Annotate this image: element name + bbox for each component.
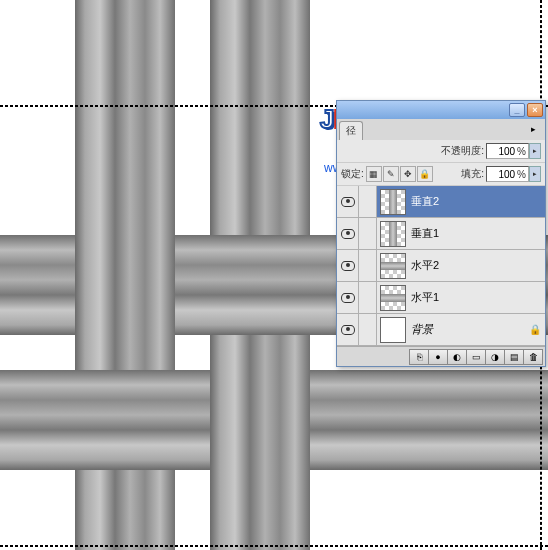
fill-slider-button[interactable]: ▸ <box>529 166 541 182</box>
lock-label: 锁定: <box>341 167 364 181</box>
panel-minimize-button[interactable]: _ <box>509 103 525 117</box>
layer-row-background[interactable]: 背景 🔒 <box>337 314 545 346</box>
opacity-value[interactable] <box>487 146 517 157</box>
visibility-toggle[interactable] <box>337 314 359 345</box>
layers-panel[interactable]: _ × 径 ▸ 不透明度: % ▸ 锁定: ▦ ✎ ✥ 🔒 填充: % ▸ <box>336 100 546 367</box>
panel-titlebar[interactable]: _ × <box>337 101 545 119</box>
tab-paths[interactable]: 径 <box>339 121 363 140</box>
visibility-toggle[interactable] <box>337 282 359 313</box>
adjustment-layer-button[interactable]: ◑ <box>485 349 505 365</box>
link-column[interactable] <box>359 218 377 249</box>
layer-thumbnail[interactable] <box>380 253 406 279</box>
new-group-button[interactable]: ▭ <box>466 349 486 365</box>
new-layer-button[interactable]: ▤ <box>504 349 524 365</box>
layer-name[interactable]: 垂直2 <box>409 194 545 209</box>
selection-guide-bottom <box>0 545 548 547</box>
link-column[interactable] <box>359 250 377 281</box>
layer-name[interactable]: 垂直1 <box>409 226 545 241</box>
eye-icon <box>341 261 355 271</box>
eye-icon <box>341 197 355 207</box>
eye-icon <box>341 325 355 335</box>
layer-row[interactable]: 垂直1 <box>337 218 545 250</box>
layer-row[interactable]: 水平1 <box>337 282 545 314</box>
layer-row[interactable]: 垂直2 <box>337 186 545 218</box>
opacity-input[interactable]: % <box>486 143 529 159</box>
lock-all-icon[interactable]: 🔒 <box>417 166 433 182</box>
fill-label: 填充: <box>461 167 484 181</box>
layer-mask-button[interactable]: ◐ <box>447 349 467 365</box>
panel-tabs: 径 ▸ <box>337 119 545 140</box>
fill-input[interactable]: % <box>486 166 529 182</box>
panel-footer: ⎘ ● ◐ ▭ ◑ ▤ 🗑 <box>337 346 545 366</box>
layer-thumbnail[interactable] <box>380 285 406 311</box>
lock-transparency-icon[interactable]: ▦ <box>366 166 382 182</box>
visibility-toggle[interactable] <box>337 186 359 217</box>
lock-pixels-icon[interactable]: ✎ <box>383 166 399 182</box>
layer-name[interactable]: 水平2 <box>409 258 545 273</box>
opacity-label: 不透明度: <box>441 144 484 158</box>
link-column[interactable] <box>359 186 377 217</box>
layer-thumbnail[interactable] <box>380 221 406 247</box>
link-column[interactable] <box>359 282 377 313</box>
fill-value[interactable] <box>487 169 517 180</box>
link-layers-button[interactable]: ⎘ <box>409 349 429 365</box>
visibility-toggle[interactable] <box>337 250 359 281</box>
panel-close-button[interactable]: × <box>527 103 543 117</box>
link-column[interactable] <box>359 314 377 345</box>
pipe-weave-2 <box>55 370 195 470</box>
eye-icon <box>341 229 355 239</box>
lock-position-icon[interactable]: ✥ <box>400 166 416 182</box>
layer-name[interactable]: 水平1 <box>409 290 545 305</box>
delete-layer-button[interactable]: 🗑 <box>523 349 543 365</box>
layer-row[interactable]: 水平2 <box>337 250 545 282</box>
opacity-slider-button[interactable]: ▸ <box>529 143 541 159</box>
lock-icon: 🔒 <box>525 324 545 335</box>
lock-row: 锁定: ▦ ✎ ✥ 🔒 填充: % ▸ <box>337 163 545 186</box>
layer-style-button[interactable]: ● <box>428 349 448 365</box>
layer-name[interactable]: 背景 <box>409 322 525 337</box>
pipe-weave-1 <box>190 235 330 335</box>
visibility-toggle[interactable] <box>337 218 359 249</box>
pipe-weave-3 <box>320 370 548 470</box>
eye-icon <box>341 293 355 303</box>
layer-list: 垂直2 垂直1 水平2 水平1 背景 🔒 <box>337 186 545 346</box>
layer-thumbnail[interactable] <box>380 189 406 215</box>
opacity-row: 不透明度: % ▸ <box>337 140 545 163</box>
layer-thumbnail[interactable] <box>380 317 406 343</box>
panel-menu-button[interactable]: ▸ <box>523 121 543 137</box>
